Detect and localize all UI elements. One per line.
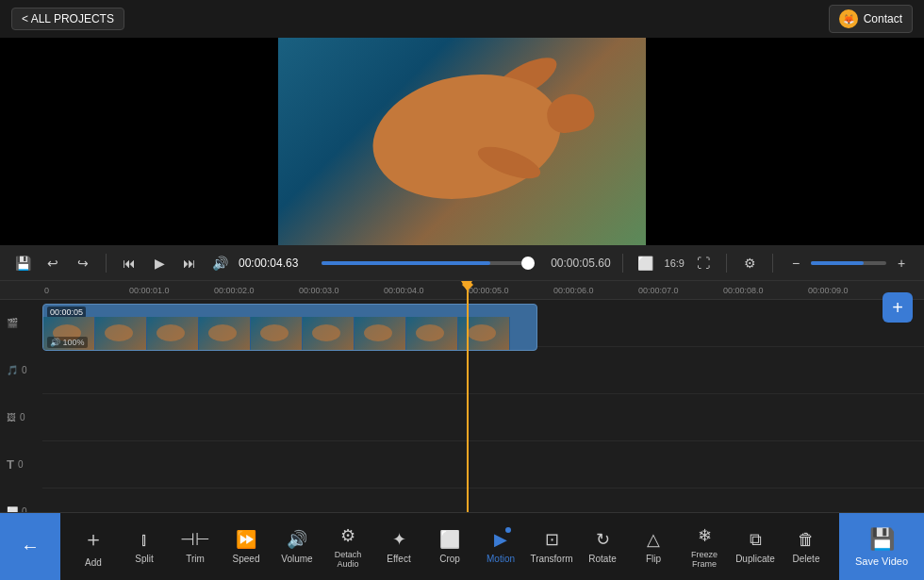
image-count: 0 (20, 412, 25, 423)
separator-1 (106, 254, 107, 273)
resolution-button[interactable]: ⬜ (635, 252, 657, 274)
detach-audio-tool[interactable]: ⚙ DetachAudio (324, 525, 371, 569)
motion-badge (505, 527, 511, 533)
duplicate-tool[interactable]: ⧉ Duplicate (732, 530, 779, 564)
image-track-icon: 🖼 0 (7, 412, 25, 423)
ruler-mark-0: 0 (42, 286, 127, 295)
bottom-toolbar: ← ＋ Add ⫿ Split ⊣⊢ Trim ⏩ Speed 🔊 Volume… (0, 512, 924, 580)
volume-label: Volume (281, 554, 312, 564)
fullscreen-button[interactable]: ⛶ (692, 252, 715, 274)
delete-label: Delete (793, 554, 820, 564)
zoom-in-button[interactable]: + (890, 252, 913, 274)
thumb-3 (147, 317, 199, 350)
volume-icon: 🔊 (287, 529, 307, 550)
volume-tool[interactable]: 🔊 Volume (273, 529, 321, 564)
all-projects-button[interactable]: < ALL PROJECTS (11, 8, 124, 30)
motion-icon: ▶ (494, 529, 507, 550)
text-track-icon: T 0 (7, 457, 24, 472)
play-button[interactable]: ▶ (148, 252, 171, 274)
sticker-track-row: ⬜ 0 (42, 489, 924, 512)
go-to-start-button[interactable]: ⏮ (118, 252, 140, 274)
crop-tool[interactable]: ⬜ Crop (426, 529, 473, 564)
back-button[interactable]: ← (0, 513, 60, 581)
audio-count: 0 (22, 365, 27, 375)
text-track-row: T 0 (42, 441, 924, 489)
undo-button[interactable]: ↩ (41, 252, 64, 274)
save-video-button[interactable]: 💾 Save Video (839, 513, 924, 581)
ruler-mark-7: 00:00:07.0 (636, 286, 721, 295)
aspect-ratio-display: 16:9 (665, 257, 685, 269)
thumb-2 (95, 317, 147, 350)
audio-track-icon: 🎵 0 (7, 365, 27, 375)
ruler-mark-9: 00:00:09.0 (806, 286, 891, 295)
track-thumbnails (43, 310, 510, 351)
music-icon: 🎵 (7, 365, 18, 375)
freeze-frame-label: FreezeFrame (691, 550, 718, 569)
split-tool[interactable]: ⫿ Split (121, 530, 168, 564)
effect-tool[interactable]: ✦ Effect (375, 529, 422, 564)
ruler-mark-1: 00:00:01.0 (127, 286, 212, 295)
save-video-icon: 💾 (869, 527, 895, 552)
motion-tool[interactable]: ▶ Motion (477, 529, 524, 564)
rotate-icon: ↻ (596, 529, 610, 550)
ruler-marks: 0 00:00:01.0 00:00:02.0 00:00:03.0 00:00… (42, 286, 924, 295)
timeline-area: 0 00:00:01.0 00:00:02.0 00:00:03.0 00:00… (0, 281, 924, 512)
zoom-controls: − + (784, 252, 913, 274)
duplicate-icon: ⧉ (750, 530, 762, 550)
effect-icon: ✦ (392, 529, 406, 550)
zoom-out-button[interactable]: − (784, 252, 807, 274)
flip-icon: △ (647, 529, 660, 550)
transform-label: Transform (530, 554, 572, 564)
video-frame (278, 38, 646, 245)
add-icon: ＋ (83, 525, 104, 554)
redo-button[interactable]: ↪ (72, 252, 94, 274)
delete-tool[interactable]: 🗑 Delete (783, 530, 830, 564)
split-label: Split (135, 554, 153, 564)
current-time-display: 00:00:04.63 (239, 257, 314, 270)
go-to-end-button[interactable]: ⏭ (178, 252, 201, 274)
add-label: Add (85, 557, 102, 568)
trim-tool[interactable]: ⊣⊢ Trim (172, 529, 219, 564)
contact-button[interactable]: 🦊 Contact (829, 5, 913, 33)
playhead[interactable] (467, 281, 469, 512)
duplicate-label: Duplicate (735, 554, 775, 564)
top-bar: < ALL PROJECTS 🦊 Contact (0, 0, 924, 38)
save-project-button[interactable]: 💾 (11, 252, 34, 274)
progress-handle[interactable] (521, 257, 535, 270)
save-video-label: Save Video (855, 555, 908, 567)
motion-label: Motion (487, 554, 515, 564)
thumb-7 (355, 317, 406, 350)
crop-icon: ⬜ (439, 529, 460, 550)
speed-label: Speed (233, 554, 260, 564)
video-track-icon: 🎬 (7, 318, 18, 328)
volume-button[interactable]: 🔊 (208, 252, 231, 274)
settings-button[interactable]: ⚙ (738, 252, 761, 274)
ruler-mark-3: 00:00:03.0 (297, 286, 382, 295)
rotate-tool[interactable]: ↻ Rotate (579, 529, 626, 564)
add-tool[interactable]: ＋ Add (70, 525, 117, 568)
crop-label: Crop (439, 554, 460, 564)
freeze-frame-icon: ❄ (698, 525, 712, 546)
progress-bar[interactable] (322, 261, 528, 265)
add-track-button[interactable]: + (883, 292, 913, 323)
zoom-slider[interactable] (811, 261, 886, 265)
speed-tool[interactable]: ⏩ Speed (223, 529, 270, 564)
thumb-8 (406, 317, 458, 350)
transform-icon: ⊡ (545, 529, 559, 550)
split-icon: ⫿ (140, 530, 149, 550)
freeze-frame-tool[interactable]: ❄ FreezeFrame (681, 525, 728, 569)
contact-label: Contact (864, 12, 902, 25)
speed-icon: ⏩ (236, 529, 256, 550)
separator-3 (726, 254, 727, 273)
ruler-mark-4: 00:00:04.0 (382, 286, 467, 295)
ruler-mark-6: 00:00:06.0 (552, 286, 636, 295)
video-track-clip[interactable]: 00:00:05 🔊 100% (42, 304, 537, 351)
transform-tool[interactable]: ⊡ Transform (528, 529, 575, 564)
flip-tool[interactable]: △ Flip (630, 529, 677, 564)
delete-icon: 🗑 (798, 530, 815, 550)
ruler-playhead-marker (461, 281, 472, 290)
video-icon: 🎬 (7, 318, 18, 328)
image-track-row: 🖼 0 (42, 394, 924, 441)
trim-label: Trim (186, 554, 205, 564)
text-count: 0 (18, 459, 24, 470)
